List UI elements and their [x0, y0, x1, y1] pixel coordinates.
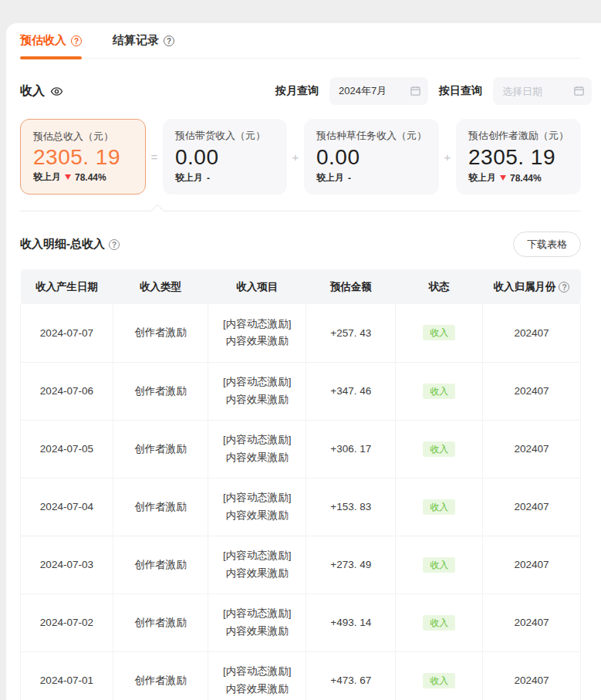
- cell-status: 收入: [396, 362, 483, 420]
- status-badge: 收入: [423, 325, 455, 340]
- main-panel: 预估收入 ? 结算记录 ? 收入 按月查询: [6, 23, 601, 700]
- header-estimated-amount: 预估金额: [306, 269, 396, 304]
- compare-label: 较上月: [468, 171, 496, 184]
- calendar-icon: [410, 85, 421, 96]
- cell-income-type: 创作者激励: [113, 651, 208, 700]
- cell-income-project: [内容动态激励] 内容效果激励: [208, 478, 306, 536]
- project-line-1: [内容动态激励]: [208, 663, 306, 680]
- cell-income-type: 创作者激励: [113, 362, 208, 420]
- detail-title-label: 收入明细-总收入: [20, 237, 105, 252]
- project-line-2: 内容效果激励: [208, 449, 306, 466]
- cell-income-month: 202407: [482, 536, 580, 593]
- income-title-label: 收入: [20, 83, 45, 100]
- header-income-type: 收入类型: [113, 269, 208, 304]
- day-picker[interactable]: [493, 77, 592, 105]
- project-line-1: [内容动态激励]: [208, 489, 306, 506]
- help-icon[interactable]: ?: [71, 36, 82, 46]
- cell-income-type: 创作者激励: [113, 593, 208, 651]
- status-badge: 收入: [423, 615, 455, 631]
- status-badge: 收入: [423, 499, 455, 515]
- cell-estimated-amount: +306. 17: [306, 420, 396, 478]
- cell-income-month: 202407: [482, 362, 580, 420]
- section-divider: [20, 211, 581, 211]
- project-line-2: 内容效果激励: [208, 681, 306, 698]
- header-income-date: 收入产生日期: [21, 269, 113, 304]
- cell-status: 收入: [396, 536, 483, 593]
- cell-income-date: 2024-07-04: [21, 478, 113, 536]
- card-value: 0.00: [175, 145, 275, 170]
- project-line-2: 内容效果激励: [208, 623, 306, 640]
- compare-value: -: [207, 173, 210, 184]
- cell-income-date: 2024-07-01: [21, 651, 113, 700]
- table-row: 2024-07-06 创作者激励 [内容动态激励] 内容效果激励 +347. 4…: [21, 362, 581, 420]
- card-creator-incentive[interactable]: 预估创作者激励（元） 2305. 19 较上月 78.44%: [456, 119, 581, 194]
- eye-icon[interactable]: [50, 85, 63, 98]
- stat-cards-row: 预估总收入（元） 2305. 19 较上月 78.44% = 预估带货收入（元）…: [20, 119, 581, 194]
- detail-header: 收入明细-总收入 ? 下载表格: [20, 232, 581, 257]
- cell-estimated-amount: +473. 67: [306, 651, 396, 700]
- project-line-2: 内容效果激励: [208, 333, 306, 350]
- header-income-month: 收入归属月份 ?: [482, 269, 580, 304]
- month-picker[interactable]: [329, 77, 428, 105]
- header-income-month-label: 收入归属月份: [493, 280, 555, 294]
- card-title: 预估总收入（元）: [33, 130, 133, 144]
- cell-income-project: [内容动态激励] 内容效果激励: [208, 362, 306, 420]
- cell-income-month: 202407: [482, 420, 580, 478]
- card-title: 预估种草任务收入（元）: [316, 129, 427, 143]
- project-line-2: 内容效果激励: [208, 565, 306, 582]
- help-icon[interactable]: ?: [559, 282, 569, 293]
- compare-value: 78.44%: [510, 173, 542, 184]
- help-icon[interactable]: ?: [109, 239, 120, 250]
- table-row: 2024-07-07 创作者激励 [内容动态激励] 内容效果激励 +257. 4…: [21, 304, 581, 362]
- card-value: 2305. 19: [33, 145, 133, 170]
- status-badge: 收入: [423, 673, 455, 688]
- download-table-button[interactable]: 下载表格: [513, 232, 581, 257]
- table-row: 2024-07-05 创作者激励 [内容动态激励] 内容效果激励 +306. 1…: [21, 420, 581, 478]
- card-title: 预估带货收入（元）: [175, 129, 275, 143]
- table-row: 2024-07-03 创作者激励 [内容动态激励] 内容效果激励 +273. 4…: [21, 536, 581, 593]
- card-goods-income[interactable]: 预估带货收入（元） 0.00 较上月 -: [163, 119, 287, 194]
- compare-label: 较上月: [175, 171, 203, 184]
- equals-operator: =: [146, 150, 163, 164]
- cell-estimated-amount: +273. 49: [306, 536, 396, 593]
- cell-income-month: 202407: [482, 478, 580, 536]
- status-badge: 收入: [423, 557, 455, 573]
- table-body: 2024-07-07 创作者激励 [内容动态激励] 内容效果激励 +257. 4…: [21, 304, 581, 700]
- cell-status: 收入: [396, 420, 483, 478]
- cell-estimated-amount: +347. 46: [306, 362, 396, 420]
- help-icon[interactable]: ?: [164, 36, 174, 46]
- caret-notch: [151, 205, 164, 218]
- plus-operator: +: [287, 150, 304, 164]
- cell-income-project: [内容动态激励] 内容效果激励: [208, 304, 306, 362]
- cell-income-month: 202407: [482, 304, 580, 362]
- card-title: 预估创作者激励（元）: [468, 129, 569, 143]
- cell-income-date: 2024-07-02: [21, 593, 113, 651]
- project-line-1: [内容动态激励]: [208, 431, 306, 448]
- cell-income-date: 2024-07-06: [21, 362, 113, 420]
- tab-settlement-record-label: 结算记录: [113, 33, 159, 48]
- tab-settlement-record[interactable]: 结算记录 ?: [113, 33, 174, 58]
- header-income-project: 收入项目: [208, 269, 306, 304]
- income-title: 收入: [20, 83, 63, 100]
- month-query-label: 按月查询: [275, 84, 319, 98]
- income-detail-table: 收入产生日期 收入类型 收入项目 预估金额 状态 收入归属月份 ? 2024-0…: [20, 269, 581, 700]
- plus-operator: +: [439, 150, 456, 164]
- cell-status: 收入: [396, 651, 483, 700]
- card-value: 0.00: [316, 145, 427, 170]
- project-line-1: [内容动态激励]: [208, 605, 306, 622]
- cell-income-project: [内容动态激励] 内容效果激励: [208, 593, 306, 651]
- card-total-income[interactable]: 预估总收入（元） 2305. 19 较上月 78.44%: [20, 119, 146, 194]
- card-seeding-task-income[interactable]: 预估种草任务收入（元） 0.00 较上月 -: [304, 119, 439, 194]
- cell-income-type: 创作者激励: [113, 304, 208, 362]
- project-line-1: [内容动态激励]: [208, 316, 306, 333]
- compare-label: 较上月: [33, 171, 61, 184]
- tab-estimated-income[interactable]: 预估收入 ?: [20, 33, 82, 58]
- cell-income-project: [内容动态激励] 内容效果激励: [208, 420, 306, 478]
- tab-bar: 预估收入 ? 结算记录 ?: [20, 23, 581, 59]
- project-line-2: 内容效果激励: [208, 507, 306, 524]
- compare-value: 78.44%: [75, 172, 106, 183]
- card-compare: 较上月 -: [175, 171, 275, 184]
- cell-income-date: 2024-07-05: [21, 420, 113, 478]
- cell-income-date: 2024-07-07: [21, 304, 113, 362]
- detail-title: 收入明细-总收入 ?: [20, 237, 120, 252]
